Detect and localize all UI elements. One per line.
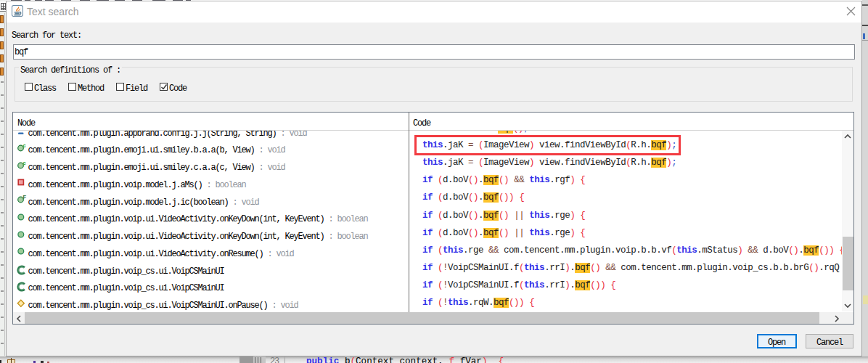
svg-text:c: c bbox=[23, 142, 26, 149]
svg-text:c: c bbox=[23, 160, 26, 166]
svg-text:F: F bbox=[23, 194, 27, 200]
